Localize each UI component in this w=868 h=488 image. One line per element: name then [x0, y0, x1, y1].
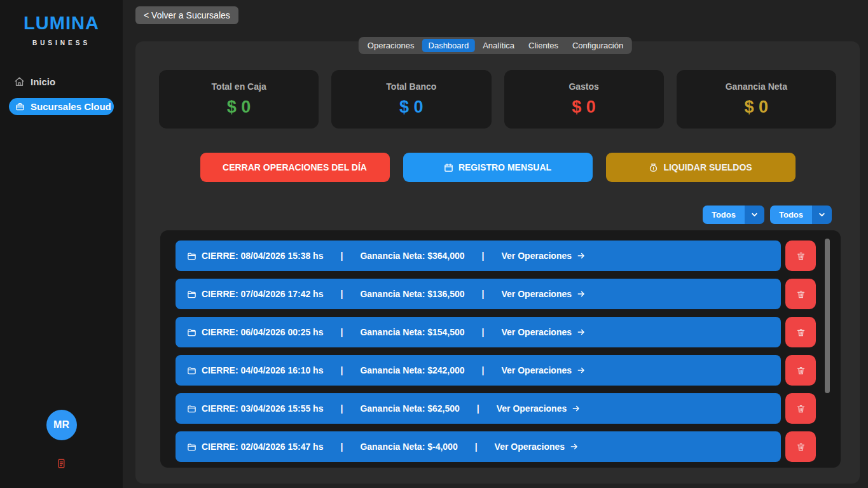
closure-row[interactable]: CIERRE: 02/04/2026 15:47 hs | Ganancia N…: [176, 431, 781, 462]
ver-operaciones-link[interactable]: Ver Operaciones: [502, 365, 587, 375]
folder-icon: [187, 289, 196, 299]
avatar[interactable]: MR: [46, 410, 77, 440]
delete-closure-button[interactable]: [785, 317, 816, 347]
folder-icon: [187, 251, 196, 261]
closure-ganancia-label: Ganancia Neta: $364,000: [360, 251, 464, 261]
stat-value: $ 0: [745, 97, 769, 117]
tab-operaciones[interactable]: Operaciones: [361, 39, 421, 52]
closures-rows: CIERRE: 08/04/2026 15:38 hs | Ganancia N…: [176, 241, 816, 462]
ver-operaciones-label: Ver Operaciones: [502, 327, 572, 337]
separator: |: [340, 365, 343, 375]
trash-icon: [796, 404, 806, 414]
sidebar-item-label: Sucursales Cloud: [31, 101, 111, 112]
closure-item: CIERRE: 06/04/2026 00:25 hs | Ganancia N…: [176, 317, 816, 347]
liquidar-sueldos-label: LIQUIDAR SUELDOS: [663, 162, 752, 172]
closure-cierre-label: CIERRE: 04/04/2026 16:10 hs: [202, 365, 323, 375]
folder-icon: [187, 328, 196, 337]
arrow-right-icon: [576, 366, 586, 375]
closure-row[interactable]: CIERRE: 04/04/2026 16:10 hs | Ganancia N…: [176, 355, 781, 386]
closure-cierre: CIERRE: 08/04/2026 15:38 hs: [187, 251, 323, 261]
tab-clientes[interactable]: Clientes: [522, 39, 565, 52]
ver-operaciones-label: Ver Operaciones: [502, 289, 572, 299]
separator: |: [482, 289, 485, 299]
closure-cierre: CIERRE: 07/04/2026 17:42 hs: [187, 289, 323, 299]
back-to-sucursales-button[interactable]: < Volver a Sucursales: [135, 6, 238, 24]
closure-cierre: CIERRE: 03/04/2026 15:55 hs: [187, 403, 323, 414]
closure-row[interactable]: CIERRE: 07/04/2026 17:42 hs | Ganancia N…: [176, 279, 781, 309]
closure-row[interactable]: CIERRE: 03/04/2026 15:55 hs | Ganancia N…: [176, 393, 781, 424]
trash-icon: [796, 251, 806, 261]
closure-cierre: CIERRE: 04/04/2026 16:10 hs: [187, 365, 323, 375]
tab-bar: Operaciones Dashboard Analítica Clientes…: [359, 37, 632, 54]
logo: LUMINA BUSINESS: [24, 13, 99, 46]
closure-ganancia-label: Ganancia Neta: $242,000: [360, 365, 464, 375]
trash-icon: [796, 289, 806, 299]
ver-operaciones-link[interactable]: Ver Operaciones: [497, 403, 582, 414]
dashboard-panel: Total en Caja $ 0 Total Banco $ 0 Gastos…: [135, 41, 860, 484]
ver-operaciones-link[interactable]: Ver Operaciones: [495, 442, 580, 452]
tab-analitica[interactable]: Analítica: [476, 39, 521, 52]
avatar-initials: MR: [53, 419, 69, 431]
stat-label: Total Banco: [386, 81, 436, 92]
liquidar-sueldos-button[interactable]: LIQUIDAR SUELDOS: [606, 153, 796, 182]
separator: |: [482, 327, 485, 337]
ver-operaciones-link[interactable]: Ver Operaciones: [502, 251, 587, 261]
separator: |: [475, 442, 478, 452]
folder-icon: [187, 404, 196, 414]
scrollbar-thumb[interactable]: [825, 239, 830, 393]
closure-item: CIERRE: 03/04/2026 15:55 hs | Ganancia N…: [176, 393, 816, 424]
separator: |: [340, 442, 343, 452]
sidebar: LUMINA BUSINESS Inicio Sucursales Cloud …: [0, 0, 123, 488]
stat-value: $ 0: [399, 97, 424, 117]
main-area: < Volver a Sucursales Operaciones Dashbo…: [123, 0, 868, 488]
closure-item: CIERRE: 07/04/2026 17:42 hs | Ganancia N…: [176, 279, 816, 309]
separator: |: [482, 251, 485, 261]
ver-operaciones-link[interactable]: Ver Operaciones: [502, 327, 587, 337]
arrow-right-icon: [571, 404, 581, 413]
separator: |: [340, 327, 343, 337]
stat-card-ganancia-neta: Ganancia Neta $ 0: [677, 70, 836, 129]
closure-cierre-label: CIERRE: 07/04/2026 17:42 hs: [202, 289, 323, 299]
moneybag-icon: [649, 163, 658, 172]
closure-cierre-label: CIERRE: 08/04/2026 15:38 hs: [202, 251, 323, 261]
delete-closure-button[interactable]: [785, 279, 816, 309]
tab-configuracion[interactable]: Configuración: [566, 39, 630, 52]
filter-dropdown-value: Todos: [703, 206, 745, 224]
sidebar-item-inicio[interactable]: Inicio: [0, 73, 123, 90]
delete-closure-button[interactable]: [785, 355, 816, 386]
ver-operaciones-link[interactable]: Ver Operaciones: [502, 289, 587, 299]
briefcase-icon: [15, 102, 25, 111]
filters-row: Todos Todos: [135, 206, 860, 224]
closure-row[interactable]: CIERRE: 06/04/2026 00:25 hs | Ganancia N…: [176, 317, 781, 347]
closure-row[interactable]: CIERRE: 08/04/2026 15:38 hs | Ganancia N…: [176, 241, 781, 271]
trash-icon: [796, 328, 806, 337]
arrow-right-icon: [569, 442, 579, 451]
delete-closure-button[interactable]: [785, 431, 816, 462]
closure-cierre-label: CIERRE: 03/04/2026 15:55 hs: [202, 403, 323, 414]
closure-ganancia-label: Ganancia Neta: $154,500: [360, 327, 464, 337]
stat-label: Ganancia Neta: [726, 81, 787, 92]
closures-list: CIERRE: 08/04/2026 15:38 hs | Ganancia N…: [160, 230, 841, 468]
filter-dropdown-2[interactable]: Todos: [770, 206, 832, 224]
home-icon: [14, 76, 25, 87]
logout-icon[interactable]: [56, 458, 67, 469]
delete-closure-button[interactable]: [785, 241, 816, 271]
tab-dashboard[interactable]: Dashboard: [422, 39, 476, 52]
ver-operaciones-label: Ver Operaciones: [497, 403, 567, 414]
cerrar-operaciones-button[interactable]: CERRAR OPERACIONES DEL DÍA: [200, 153, 390, 182]
closure-cierre-label: CIERRE: 02/04/2026 15:47 hs: [202, 442, 323, 452]
folder-icon: [187, 442, 196, 452]
stat-value: $ 0: [572, 97, 596, 117]
closure-cierre-label: CIERRE: 06/04/2026 00:25 hs: [202, 327, 323, 337]
stat-card-total-banco: Total Banco $ 0: [331, 70, 491, 129]
registro-mensual-button[interactable]: REGISTRO MENSUAL: [403, 153, 593, 182]
sidebar-item-sucursales-cloud[interactable]: Sucursales Cloud: [9, 98, 114, 115]
separator: |: [482, 365, 485, 375]
trash-icon: [796, 366, 806, 375]
delete-closure-button[interactable]: [785, 393, 816, 424]
closure-ganancia-label: Ganancia Neta: $62,500: [360, 403, 459, 414]
filter-dropdown-1[interactable]: Todos: [703, 206, 764, 224]
ver-operaciones-label: Ver Operaciones: [495, 442, 565, 452]
stat-value: $ 0: [227, 97, 251, 117]
closure-item: CIERRE: 04/04/2026 16:10 hs | Ganancia N…: [176, 355, 816, 386]
